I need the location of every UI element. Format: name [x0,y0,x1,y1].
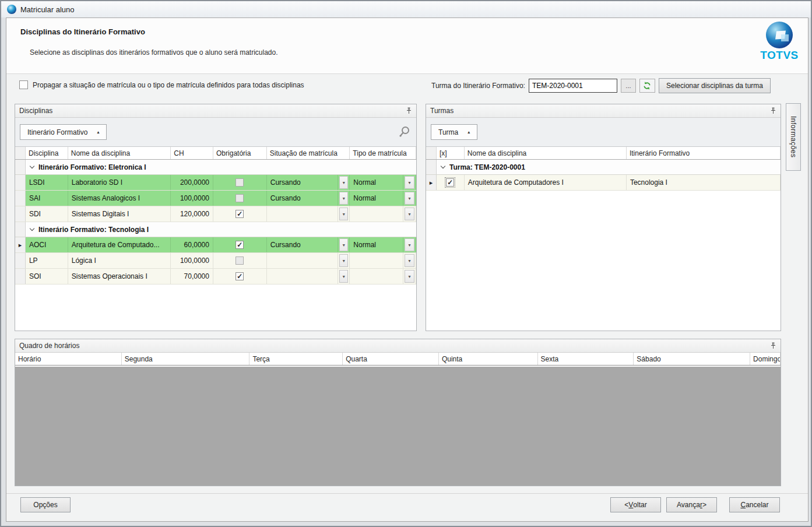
situacao-dropdown[interactable]: ▾ [338,191,350,206]
dropdown-arrow-icon[interactable]: ▾ [405,192,414,205]
cell-ch[interactable]: 120,0000 [171,206,213,222]
cell-ch[interactable]: 60,0000 [171,237,213,252]
turma-table-row[interactable]: ▸Arquitetura de Computadores ITecnologia… [426,175,781,191]
cell-situacao-matricula[interactable]: Cursando [267,237,339,252]
cell-obrigatoria[interactable] [213,206,267,222]
quadro-column-header[interactable]: Quarta [343,353,439,365]
cell-obrigatoria[interactable] [213,191,267,206]
cell-situacao-matricula[interactable]: Cursando [267,191,339,206]
cell-nome-disciplina[interactable]: Lógica I [68,253,171,268]
group-by-turma-button[interactable]: Turma ▴ [431,124,477,140]
cell-disciplina[interactable]: LP [26,253,68,268]
situacao-dropdown[interactable]: ▾ [338,269,350,284]
cell-obrigatoria[interactable] [213,237,267,252]
obrigatoria-checkbox[interactable] [235,257,244,265]
dropdown-arrow-icon[interactable]: ▾ [405,254,414,267]
dropdown-arrow-icon[interactable]: ▾ [339,254,348,267]
cell-ch[interactable]: 100,0000 [171,191,213,206]
dropdown-arrow-icon[interactable]: ▾ [339,192,348,205]
disciplinas-column-header[interactable]: Nome da disciplina [68,147,171,159]
cell-obrigatoria[interactable] [213,269,267,284]
cell-nome-disciplina[interactable]: Sistemas Digitais I [68,206,171,222]
cell-tipo-matricula[interactable] [350,269,403,284]
disciplinas-column-header[interactable] [15,147,26,159]
situacao-dropdown[interactable]: ▾ [338,237,350,252]
quadro-column-header[interactable]: Domingo [750,353,781,365]
cell-nome-disciplina[interactable]: Laboratorio SD I [68,175,171,190]
pin-icon[interactable] [770,342,776,349]
tipo-dropdown[interactable]: ▾ [403,269,416,284]
next-button[interactable]: Avançar > [666,497,717,512]
dropdown-arrow-icon[interactable]: ▾ [405,270,414,283]
turma-row-checkbox[interactable] [446,178,454,187]
cell-nome-disciplina[interactable]: Arquitetura de Computado... [68,237,171,252]
tab-informacoes[interactable]: Informações [786,103,801,171]
table-row[interactable]: SAISistemas Analogicos I100,0000Cursando… [15,191,416,206]
situacao-dropdown[interactable]: ▾ [338,206,350,222]
obrigatoria-checkbox[interactable] [235,210,244,218]
tipo-dropdown[interactable]: ▾ [403,253,416,268]
cell-ch[interactable]: 100,0000 [171,253,213,268]
cell-selected[interactable] [437,175,465,190]
cell-tipo-matricula[interactable] [350,206,403,222]
obrigatoria-checkbox[interactable] [235,194,244,202]
refresh-button[interactable] [639,79,655,93]
table-row[interactable]: LPLógica I100,0000▾▾ [15,253,416,269]
turmas-column-header[interactable]: Nome da disciplina [465,147,627,159]
dropdown-arrow-icon[interactable]: ▾ [339,238,348,251]
turmas-column-header[interactable]: Itinerário Formativo [627,147,781,159]
cell-itinerario-formativo[interactable]: Tecnologia I [627,175,781,190]
situacao-dropdown[interactable]: ▾ [338,253,350,268]
turma-input[interactable] [529,79,617,93]
disciplinas-column-header[interactable]: Situação de matrícula [267,147,350,159]
disciplinas-column-header[interactable]: Obrigatória [213,147,267,159]
cell-nome-disciplina[interactable]: Sistemas Analogicos I [68,191,171,206]
table-row[interactable]: ▸AOCIArquitetura de Computado...60,0000C… [15,237,416,253]
collapse-chevron-icon[interactable] [30,164,34,168]
situacao-dropdown[interactable]: ▾ [338,175,350,190]
cell-obrigatoria[interactable] [213,253,267,268]
turma-group-row[interactable]: Turma: TEM-2020-0001 [426,160,781,175]
quadro-column-header[interactable]: Sábado [634,353,750,365]
cell-disciplina[interactable]: AOCI [26,237,68,252]
disciplinas-column-header[interactable]: Tipo de matrícula [350,147,416,159]
cell-disciplina[interactable]: SOI [26,269,68,284]
tipo-dropdown[interactable]: ▾ [403,175,416,190]
cell-tipo-matricula[interactable]: Normal [350,237,403,252]
dropdown-arrow-icon[interactable]: ▾ [339,208,348,220]
disciplinas-column-header[interactable]: CH [171,147,213,159]
cell-tipo-matricula[interactable]: Normal [350,191,403,206]
cell-disciplina[interactable]: SAI [26,191,68,206]
tipo-dropdown[interactable]: ▾ [403,237,416,252]
obrigatoria-checkbox[interactable] [235,178,244,187]
cell-disciplina[interactable]: SDI [26,206,68,222]
collapse-chevron-icon[interactable] [441,164,445,168]
dropdown-arrow-icon[interactable]: ▾ [405,238,414,251]
tipo-dropdown[interactable]: ▾ [403,206,416,222]
cell-obrigatoria[interactable] [213,175,267,190]
cell-nome-disciplina[interactable]: Arquitetura de Computadores I [465,175,627,190]
dropdown-arrow-icon[interactable]: ▾ [339,270,348,283]
cell-disciplina[interactable]: LSDI [26,175,68,190]
quadro-column-header[interactable]: Sexta [538,353,634,365]
cancel-button[interactable]: Cancelar [729,497,780,512]
table-row[interactable]: SOISistemas Operacionais I70,0000▾▾ [15,269,416,284]
quadro-column-header[interactable]: Segunda [122,353,250,365]
search-icon[interactable] [398,125,412,139]
turma-browse-button[interactable]: ... [621,79,636,93]
cell-tipo-matricula[interactable]: Normal [350,175,403,190]
propagate-checkbox[interactable] [19,80,28,89]
group-by-itinerario-button[interactable]: Itinerário Formativo ▴ [20,124,107,140]
dropdown-arrow-icon[interactable]: ▾ [405,208,414,220]
dropdown-arrow-icon[interactable]: ▾ [339,176,348,189]
table-row[interactable]: SDISistemas Digitais I120,0000▾▾ [15,206,416,222]
cell-tipo-matricula[interactable] [350,253,403,268]
group-row[interactable]: Itinerário Formativo: Tecnologia I [15,222,416,237]
turmas-column-header[interactable] [426,147,437,159]
quadro-column-header[interactable]: Terça [249,353,343,365]
cell-nome-disciplina[interactable]: Sistemas Operacionais I [68,269,171,284]
cell-situacao-matricula[interactable] [267,206,339,222]
collapse-chevron-icon[interactable] [30,226,34,231]
select-turma-disciplines-button[interactable]: Selecionar disciplinas da turma [659,78,771,93]
obrigatoria-checkbox[interactable] [235,241,244,249]
